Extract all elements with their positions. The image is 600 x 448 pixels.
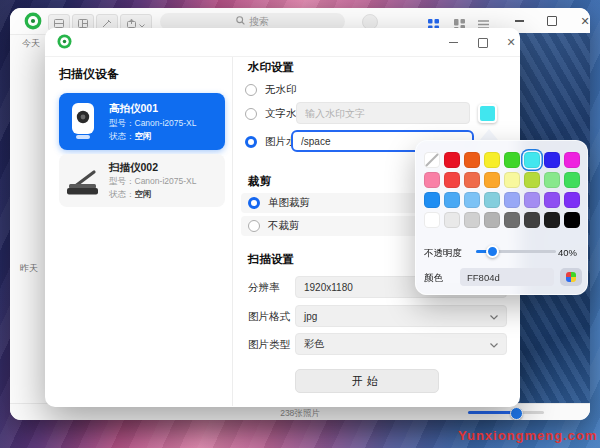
color-swatch[interactable] <box>424 212 440 228</box>
color-swatch[interactable] <box>544 212 560 228</box>
device-status-line: 状态：空闲 <box>109 131 152 143</box>
color-swatch[interactable] <box>444 152 460 168</box>
crop-section-title: 裁剪 <box>248 174 271 189</box>
dialog-minimize-button[interactable] <box>445 35 461 50</box>
color-swatch[interactable] <box>464 152 480 168</box>
device-status-value: 空闲 <box>135 131 152 141</box>
device-model-label: 型号： <box>109 118 135 128</box>
opacity-row: 不透明度 40% <box>424 244 579 260</box>
radio-no-crop[interactable]: 不裁剪 <box>248 218 300 234</box>
color-picker-popup: 不透明度 40% 颜色 FF804d <box>415 140 588 295</box>
color-swatch[interactable] <box>424 172 440 188</box>
close-icon: ✕ <box>580 15 589 28</box>
device-name: 扫描仪002 <box>109 161 158 175</box>
color-swatch[interactable] <box>464 212 480 228</box>
color-swatch[interactable] <box>504 172 520 188</box>
image-type-value: 彩色 <box>304 337 324 351</box>
color-label: 颜色 <box>424 272 443 285</box>
popup-arrow <box>480 129 498 140</box>
device-card[interactable]: 扫描仪002 型号：Canon-i2075-XL 状态：空闲 <box>59 154 225 207</box>
album-maximize-button[interactable] <box>543 13 561 29</box>
color-swatch[interactable] <box>564 172 580 188</box>
color-swatch[interactable] <box>424 192 440 208</box>
device-panel-title: 扫描仪设备 <box>59 66 119 83</box>
watermark-section-title: 水印设置 <box>248 60 294 75</box>
dialog-maximize-button[interactable] <box>475 35 491 50</box>
album-group-today: 今天 <box>22 37 40 50</box>
dialog-close-button[interactable]: ✕ <box>503 35 519 50</box>
text-watermark-input[interactable] <box>296 102 470 124</box>
device-status-label: 状态： <box>109 189 135 199</box>
image-type-label: 图片类型 <box>248 338 290 352</box>
color-swatch[interactable] <box>564 212 580 228</box>
format-value: jpg <box>304 311 317 322</box>
panel-divider <box>232 57 233 406</box>
radio-icon <box>245 84 257 96</box>
color-swatch[interactable] <box>544 192 560 208</box>
document-camera-icon <box>68 102 98 146</box>
color-swatch[interactable] <box>544 172 560 188</box>
start-button[interactable]: 开始 <box>295 369 439 393</box>
radio-single-crop[interactable]: 单图裁剪 <box>248 195 310 211</box>
image-type-select[interactable]: 彩色 <box>295 333 507 355</box>
album-close-button[interactable]: ✕ <box>576 13 590 29</box>
color-swatch[interactable] <box>484 152 500 168</box>
format-select[interactable]: jpg <box>295 305 507 327</box>
watermark-color-button[interactable] <box>478 104 497 123</box>
desktop: 搜索 ✕ 今天 昨天 238张照片 <box>0 0 600 448</box>
radio-no-watermark[interactable]: 无水印 <box>245 82 297 98</box>
opacity-slider[interactable] <box>476 250 556 253</box>
device-status-label: 状态： <box>109 131 135 141</box>
thumbnail-size-slider[interactable] <box>468 411 544 414</box>
device-name: 高拍仪001 <box>109 102 158 116</box>
scan-section-title: 扫描设置 <box>248 252 294 267</box>
custom-color-button[interactable] <box>560 268 582 286</box>
color-swatch[interactable] <box>464 192 480 208</box>
device-model-line: 型号：Canon-i2075-XL <box>109 118 196 130</box>
device-model-value: Canon-i2075-XL <box>135 118 197 128</box>
search-placeholder: 搜索 <box>249 15 269 29</box>
dialog-app-icon <box>57 34 72 49</box>
color-swatch[interactable] <box>484 212 500 228</box>
radio-icon <box>245 108 257 120</box>
color-swatch[interactable] <box>484 172 500 188</box>
color-swatch[interactable] <box>524 152 540 168</box>
color-row: 颜色 FF804d <box>424 268 579 286</box>
format-label: 图片格式 <box>248 310 290 324</box>
color-swatch[interactable] <box>444 192 460 208</box>
palette-icon <box>566 272 576 282</box>
maximize-icon <box>478 38 488 48</box>
chevron-down-icon <box>490 339 498 350</box>
color-swatch[interactable] <box>504 212 520 228</box>
radio-label: 单图裁剪 <box>268 196 310 210</box>
flatbed-scanner-icon <box>66 167 100 201</box>
resolution-label: 分辨率 <box>248 281 280 295</box>
minimize-icon <box>449 42 458 43</box>
color-hex-value: FF804d <box>467 272 500 283</box>
color-swatch[interactable] <box>564 152 580 168</box>
radio-icon-selected <box>248 197 260 209</box>
color-swatch[interactable] <box>444 172 460 188</box>
device-card-selected[interactable]: 高拍仪001 型号：Canon-i2075-XL 状态：空闲 <box>59 93 225 150</box>
color-swatch[interactable] <box>524 212 540 228</box>
album-minimize-button[interactable] <box>510 13 528 29</box>
color-swatch[interactable] <box>564 192 580 208</box>
device-status-line: 状态：空闲 <box>109 189 152 201</box>
no-color-swatch[interactable] <box>424 152 440 168</box>
color-swatch[interactable] <box>444 212 460 228</box>
thumbnail-size-slider-fill <box>468 411 515 414</box>
color-swatch[interactable] <box>484 192 500 208</box>
color-swatch[interactable] <box>524 192 540 208</box>
color-hex-input[interactable]: FF804d <box>460 268 554 286</box>
chevron-down-icon <box>490 311 498 322</box>
photo-count-text: 238张照片 <box>10 408 590 420</box>
color-swatch[interactable] <box>504 192 520 208</box>
opacity-label: 不透明度 <box>424 247 462 260</box>
color-swatch[interactable] <box>504 152 520 168</box>
opacity-value: 40% <box>558 247 577 258</box>
opacity-slider-handle[interactable] <box>486 245 499 258</box>
color-swatch[interactable] <box>544 152 560 168</box>
device-model-line: 型号：Canon-i2075-XL <box>109 176 196 188</box>
color-swatch[interactable] <box>524 172 540 188</box>
color-swatch[interactable] <box>464 172 480 188</box>
